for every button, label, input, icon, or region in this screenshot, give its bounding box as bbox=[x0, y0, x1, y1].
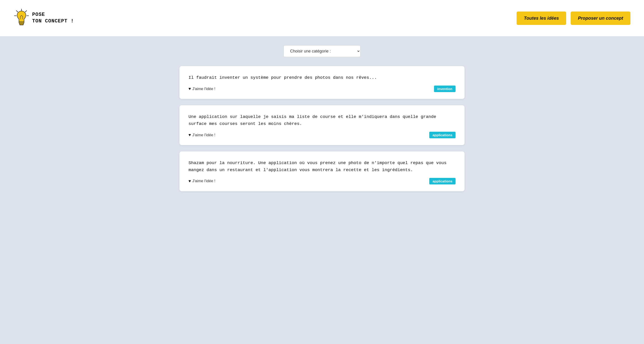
card-footer: ♥J'aime l'idée !invention bbox=[188, 86, 456, 92]
all-ideas-button[interactable]: Toutes les idées bbox=[516, 12, 566, 25]
main-content: Choisir une catégorie :InventionApplicat… bbox=[0, 36, 644, 344]
tag-badge: invention bbox=[434, 86, 456, 92]
category-select[interactable]: Choisir une catégorie :InventionApplicat… bbox=[284, 45, 360, 57]
like-label: J'aime l'idée ! bbox=[192, 133, 216, 137]
card: Il faudrait inventer un système pour pre… bbox=[180, 66, 464, 99]
card-text: Une application sur laquelle je saisis m… bbox=[188, 114, 456, 127]
heart-icon: ♥ bbox=[188, 86, 191, 91]
tag-badge: applications bbox=[429, 132, 456, 138]
heart-icon: ♥ bbox=[188, 179, 191, 184]
tag-badge: applications bbox=[429, 178, 456, 184]
card-text: Il faudrait inventer un système pour pre… bbox=[188, 74, 456, 81]
card-text: Shazam pour la nourriture. Une applicati… bbox=[188, 160, 456, 173]
logo-bulb-icon bbox=[14, 8, 30, 28]
svg-rect-11 bbox=[20, 24, 23, 25]
like-label: J'aime l'idée ! bbox=[192, 179, 216, 183]
card: Une application sur laquelle je saisis m… bbox=[180, 105, 464, 145]
like-button[interactable]: ♥J'aime l'idée ! bbox=[188, 132, 216, 137]
svg-line-1 bbox=[25, 11, 27, 12]
propose-concept-button[interactable]: Proposer un concept bbox=[571, 12, 630, 25]
like-button[interactable]: ♥J'aime l'idée ! bbox=[188, 179, 216, 184]
cards-container: Il faudrait inventer un système pour pre… bbox=[180, 66, 464, 191]
header-nav: Toutes les idées Proposer un concept bbox=[516, 12, 630, 25]
category-select-wrapper: Choisir une catégorie :InventionApplicat… bbox=[4, 45, 640, 57]
header: POSE TON CONCEPT ! Toutes les idées Prop… bbox=[0, 0, 644, 36]
like-label: J'aime l'idée ! bbox=[192, 87, 216, 91]
card: Shazam pour la nourriture. Une applicati… bbox=[180, 152, 464, 191]
card-footer: ♥J'aime l'idée !applications bbox=[188, 178, 456, 184]
logo-area: POSE TON CONCEPT ! bbox=[14, 8, 74, 28]
logo-text: POSE TON CONCEPT ! bbox=[32, 12, 74, 24]
like-button[interactable]: ♥J'aime l'idée ! bbox=[188, 86, 216, 91]
heart-icon: ♥ bbox=[188, 132, 191, 137]
card-footer: ♥J'aime l'idée !applications bbox=[188, 132, 456, 138]
svg-line-3 bbox=[16, 11, 18, 12]
